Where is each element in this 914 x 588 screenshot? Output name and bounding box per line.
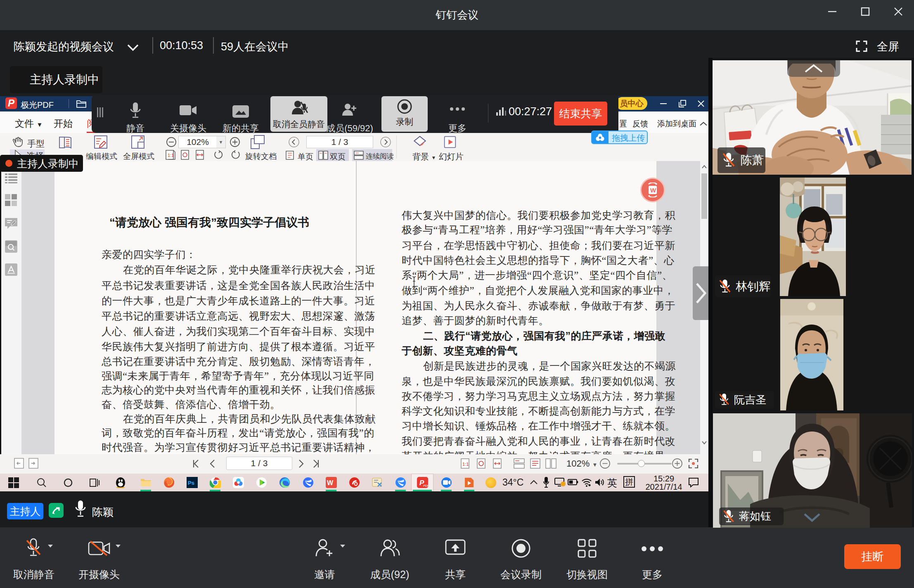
svg-text:1:1: 1:1	[462, 462, 469, 467]
svg-text:W: W	[650, 187, 656, 194]
svg-text:W: W	[327, 479, 334, 486]
svg-text:1:1: 1:1	[168, 153, 174, 158]
svg-text:Ps: Ps	[188, 480, 194, 486]
svg-text:PDF: PDF	[423, 484, 428, 487]
